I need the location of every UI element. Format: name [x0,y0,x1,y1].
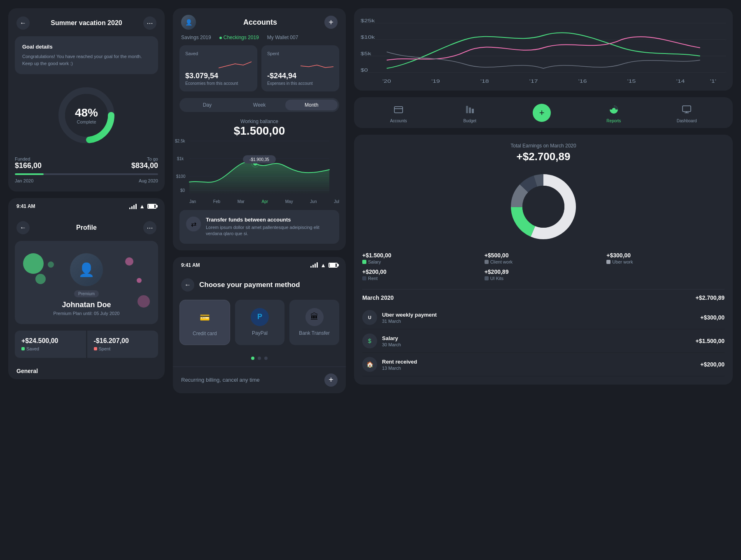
add-nav-icon[interactable]: + [533,104,551,122]
transfer-title: Transfer funds between accounts [206,217,333,223]
credit-card-icon: 💳 [196,308,214,327]
savings-grid: Saved $3.079,54 Economies from this acco… [173,45,346,98]
svg-rect-34 [469,107,471,113]
vacation-more-button[interactable]: ··· [143,16,156,30]
legend-uikits-label: UI Kits [490,276,503,281]
profile-header: ← Profile ··· [8,213,165,241]
nav-bar: Accounts Budget + Repo [354,97,733,128]
general-title: General [15,368,158,379]
svg-rect-35 [472,109,474,113]
dashboard-nav-icon [679,102,694,117]
x-label-jun: Jun [310,199,317,204]
nav-item-accounts[interactable]: Accounts [390,102,407,123]
togo-label: To go [131,156,158,161]
saved-box-sub: Economies from this account [185,81,252,86]
balance-label: Working ballance [179,119,339,124]
nav-item-dashboard[interactable]: Dashboard [677,102,697,123]
transfer-desc: Lorem ipsum dollor sit amet pallentesque… [206,224,333,237]
spent-mini-chart [267,58,333,70]
wifi-icon: ▲ [139,203,145,210]
spent-stat: -$16.207,00 Spent [87,331,158,358]
profile-back-button[interactable]: ← [16,221,30,234]
tab-checkings[interactable]: Checkings 2019 [219,35,259,40]
transaction-uber: U Uber weekly payment 31 March +$300,00 [362,306,725,329]
vacation-title: Summer vacation 2020 [51,19,122,27]
credit-card-label: Credit card [193,331,217,336]
period-week-button[interactable]: Week [233,100,286,110]
svg-rect-37 [683,106,691,112]
signal-bar-3 [133,205,135,209]
donut-center: 48% Complete [75,106,98,124]
legend-salary: +$1.500,00 Salary [362,252,480,264]
x-label-mar: Mar [238,199,245,204]
paypal-label: PayPal [252,330,268,336]
svg-text:$10k: $10k [361,35,375,40]
period-selector: Day Week Month [179,98,339,112]
blob-green-small [35,274,46,284]
svg-rect-33 [466,106,468,113]
budget-nav-icon [462,102,477,117]
payment-header: ← Choose your payment method [173,272,346,300]
tab-wallet[interactable]: My Wallet 007 [267,35,298,40]
transaction-rent: 🏠 Rent received 13 March +$200,00 [362,353,725,376]
salary-date: 30 March [382,342,691,347]
nav-item-budget[interactable]: Budget [462,102,477,123]
signal-bar-4 [135,204,137,209]
vacation-back-button[interactable]: ← [16,16,30,30]
svg-text:$1k: $1k [177,156,184,161]
dot-2 [258,357,261,360]
x-label-apr: Apr [262,199,268,204]
saved-box-label: Saved [185,51,252,56]
rent-name: Rent received [382,359,695,365]
payment-back-button[interactable]: ← [181,278,194,292]
tab-savings[interactable]: Savings 2019 [181,35,211,40]
svg-text:'20: '20 [382,79,391,84]
month-header: March 2020 +$2.700,89 [362,289,725,306]
period-month-button[interactable]: Month [285,100,338,110]
start-date: Jan 2020 [15,178,33,183]
rent-date: 13 March [382,366,695,371]
legend-client-dot [485,260,489,264]
premium-badge: Premium [74,290,99,297]
recurring-add-button[interactable]: + [324,373,338,387]
date-row: Jan 2020 Aug 2020 [8,178,165,191]
svg-point-36 [612,108,615,111]
payment-signal-icon [310,262,318,268]
nav-item-reports[interactable]: Reports [606,102,621,123]
earnings-donut [362,170,725,244]
signal-bar-1 [129,208,130,209]
saved-label: Saved [21,346,79,351]
funded-value: $166,00 [15,161,42,170]
svg-rect-31 [394,107,403,113]
profile-more-button[interactable]: ··· [143,221,156,234]
svg-text:'17: '17 [529,79,538,84]
salary-info: Salary 30 March [382,335,691,347]
transfer-icon: ⇄ [186,217,201,231]
bank-transfer-button[interactable]: 🏛 Bank Transfer [289,300,339,345]
spent-box-label: Spent [267,51,333,56]
progress-bar-container [8,173,165,175]
payment-status-bar: 9:41 AM ▲ [173,257,346,272]
svg-text:-$1.900,35: -$1.900,35 [249,157,269,162]
period-day-button[interactable]: Day [181,100,233,110]
paypal-button[interactable]: P PayPal [235,300,285,345]
salary-name: Salary [382,335,691,341]
spent-box-sub: Expenses in this account [267,81,333,86]
funded-row: Funded $166,00 To go $834,00 [8,156,165,170]
budget-nav-label: Budget [463,119,476,123]
earnings-card: Total Earnings on March 2020 +$2.700,89 [354,135,733,385]
dashboard-nav-label: Dashboard [677,119,697,123]
svg-text:'16: '16 [578,79,587,84]
balance-section: Working ballance $1.500,00 [173,119,346,141]
accounts-add-button[interactable]: + [324,16,338,29]
funded-label: Funded [15,156,42,161]
svg-text:$0: $0 [180,188,185,193]
nav-item-add[interactable]: + [533,104,551,122]
uber-date: 31 March [382,319,695,324]
goal-desc: Congratulations! You have reached your g… [22,53,151,67]
accounts-tab-bar: Savings 2019 Checkings 2019 My Wallet 00… [173,35,346,45]
salary-amount: +$1.500,00 [696,338,725,344]
x-label-jul: Jul [334,199,339,204]
blob-green-large [23,253,44,274]
credit-card-button[interactable]: 💳 Credit card [179,300,230,345]
